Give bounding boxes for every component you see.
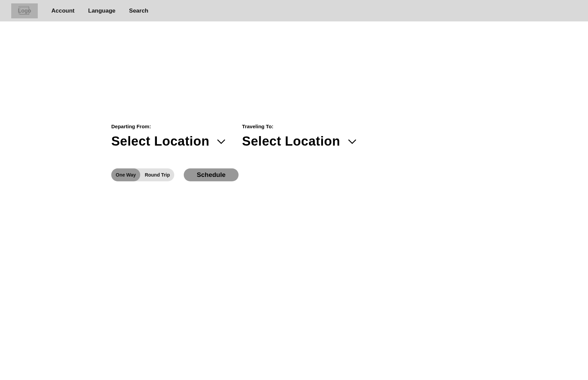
controls-row: One Way Round Trip Schedule <box>111 168 357 181</box>
traveling-value: Select Location <box>242 134 340 149</box>
main-content: Departing From: Select Location Travelin… <box>0 21 588 380</box>
departing-label: Departing From: <box>111 123 226 129</box>
nav-items: Account Language Search <box>38 7 148 14</box>
toggle-round-trip[interactable]: Round Trip <box>140 168 174 181</box>
nav-account[interactable]: Account <box>51 7 75 14</box>
departing-block: Departing From: Select Location <box>111 123 226 149</box>
trip-type-toggle[interactable]: One Way Round Trip <box>111 168 174 181</box>
departing-select[interactable]: Select Location <box>111 134 226 149</box>
logo-text: Logo <box>18 8 31 14</box>
nav-language[interactable]: Language <box>88 7 115 14</box>
traveling-block: Traveling To: Select Location <box>242 123 356 149</box>
chevron-down-icon <box>217 138 226 145</box>
schedule-button[interactable]: Schedule <box>184 168 238 181</box>
chevron-down-icon <box>348 138 357 145</box>
traveling-label: Traveling To: <box>242 123 356 129</box>
header-bar: Logo Account Language Search <box>0 0 588 21</box>
departing-value: Select Location <box>111 134 209 149</box>
nav-search[interactable]: Search <box>129 7 148 14</box>
traveling-select[interactable]: Select Location <box>242 134 356 149</box>
booking-form: Departing From: Select Location Travelin… <box>111 123 357 181</box>
logo[interactable]: Logo <box>11 3 38 18</box>
toggle-one-way[interactable]: One Way <box>111 168 140 181</box>
locations-row: Departing From: Select Location Travelin… <box>111 123 357 149</box>
